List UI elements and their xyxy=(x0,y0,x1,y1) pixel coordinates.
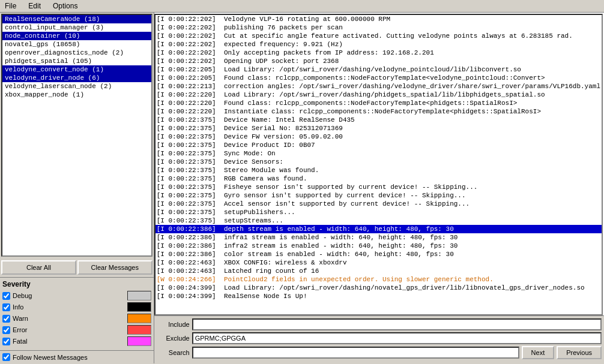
log-line: [I 0:00:22:202] expected frequency: 9.92… xyxy=(156,40,602,49)
log-line: [I 0:00:22:375] Device FW version: 05.09… xyxy=(156,133,602,141)
severity-label-error: Error xyxy=(13,326,125,333)
log-line: [I 0:00:22:375] Device Name: Intel RealS… xyxy=(156,116,602,124)
log-line: [I 0:00:22:386] infra1 stream is enabled… xyxy=(156,233,602,242)
log-line: [I 0:00:22:386] color stream is enabled … xyxy=(156,250,602,258)
severity-checkbox-fatal[interactable] xyxy=(2,338,10,345)
severity-checkbox-info[interactable] xyxy=(2,303,10,311)
severity-row-error: Error xyxy=(2,325,151,335)
severity-checkbox-debug[interactable] xyxy=(2,292,10,300)
severity-checkbox-error[interactable] xyxy=(2,326,10,334)
node-item[interactable]: RealSenseCameraNode (18) xyxy=(2,15,151,23)
exclude-label: Exclude xyxy=(157,335,190,342)
log-line: [I 0:00:22:202] Only accepting packets f… xyxy=(156,49,602,57)
node-item[interactable]: novatel_gps (18658) xyxy=(2,40,151,49)
node-item[interactable]: velodyne_driver_node (6) xyxy=(2,74,151,82)
severity-color-fatal xyxy=(127,336,151,346)
log-line: [I 0:00:22:202] publishing 76 packets pe… xyxy=(156,23,602,32)
log-line: [I 0:00:22:386] depth stream is enabled … xyxy=(156,225,602,233)
clear-messages-button[interactable]: Clear Messages xyxy=(77,260,153,275)
node-item[interactable]: control_input_manager (3) xyxy=(2,23,151,32)
node-item[interactable]: openrover_diagnostics_node (2) xyxy=(2,49,151,57)
next-button[interactable]: Next xyxy=(522,346,555,359)
log-line: [I 0:00:22:375] Device Serial No: 825312… xyxy=(156,124,602,133)
log-line: [I 0:00:22:375] Fisheye sensor isn't sup… xyxy=(156,183,602,191)
include-row: Include xyxy=(157,318,602,330)
bottom-fields: Include Exclude Search Next Previous xyxy=(154,315,604,363)
log-area[interactable]: [I 0:00:22:202] Velodyne VLP-16 rotating… xyxy=(154,14,603,315)
log-line: [I 0:00:22:375] Device Product ID: 0B07 xyxy=(156,141,602,149)
log-line: [I 0:00:22:375] Gyro sensor isn't suppor… xyxy=(156,191,602,200)
severity-row-fatal: Fatal xyxy=(2,336,151,346)
severity-row-info: Info xyxy=(2,302,151,312)
menu-file[interactable]: File xyxy=(2,1,19,11)
severity-color-error xyxy=(127,325,151,335)
follow-label: Follow Newest Messages xyxy=(13,354,88,361)
node-list[interactable]: RealSenseCameraNode (18)control_input_ma… xyxy=(1,14,153,257)
severity-row-warn: Warn xyxy=(2,314,151,323)
follow-row: Follow Newest Messages xyxy=(0,350,154,363)
severity-label-warn: Warn xyxy=(13,315,125,322)
right-panel: [I 0:00:22:202] Velodyne VLP-16 rotating… xyxy=(154,13,604,363)
severity-label-debug: Debug xyxy=(13,292,125,299)
follow-checkbox[interactable] xyxy=(2,353,10,361)
search-row: Search Next Previous xyxy=(157,346,602,359)
log-line: [I 0:00:22:375] Sync Mode: On xyxy=(156,149,602,158)
button-row: Clear All Clear Messages xyxy=(0,258,154,277)
include-label: Include xyxy=(157,321,190,328)
menu-edit[interactable]: Edit xyxy=(26,1,43,11)
log-line: [I 0:00:22:375] Accel sensor isn't suppo… xyxy=(156,200,602,208)
log-line: [I 0:00:22:202] Velodyne VLP-16 rotating… xyxy=(156,15,602,23)
log-line: [I 0:00:22:463] XBOX CONFIG: wireless & … xyxy=(156,258,602,267)
log-line: [I 0:00:22:375] Stereo Module was found. xyxy=(156,166,602,175)
exclude-input[interactable] xyxy=(192,332,602,344)
include-input[interactable] xyxy=(192,318,602,330)
severity-color-debug xyxy=(127,291,151,300)
log-line: [I 0:00:22:220] Found class: rclcpp_comp… xyxy=(156,99,602,107)
severity-row-debug: Debug xyxy=(2,291,151,300)
severity-checkbox-warn[interactable] xyxy=(2,315,10,323)
search-label: Search xyxy=(157,349,190,356)
log-line: [I 0:00:22:213] correction angles: /opt/… xyxy=(156,82,602,91)
left-panel: RealSenseCameraNode (18)control_input_ma… xyxy=(0,13,154,363)
severity-label-fatal: Fatal xyxy=(13,338,125,345)
node-item[interactable]: xbox_mapper_node (1) xyxy=(2,91,151,99)
log-line: [I 0:00:22:375] setupStreams... xyxy=(156,216,602,225)
severity-color-warn xyxy=(127,314,151,323)
node-item[interactable]: phidgets_spatial (105) xyxy=(2,57,151,65)
log-line: [I 0:00:22:375] RGB Camera was found. xyxy=(156,175,602,183)
search-input[interactable] xyxy=(192,347,519,359)
severity-section: Severity DebugInfoWarnErrorFatal xyxy=(0,277,154,350)
log-line: [I 0:00:22:463] Latched ring count of 16 xyxy=(156,267,602,275)
severity-color-info xyxy=(127,302,151,312)
menu-options[interactable]: Options xyxy=(50,1,80,11)
log-line: [I 0:00:22:202] Opening UDP socket: port… xyxy=(156,57,602,65)
log-line: [I 0:00:22:375] Device Sensors: xyxy=(156,158,602,166)
main-container: RealSenseCameraNode (18)control_input_ma… xyxy=(0,13,604,363)
log-line: [I 0:00:22:202] Cut at specific angle fe… xyxy=(156,32,602,40)
menubar: File Edit Options xyxy=(0,0,604,13)
severity-title: Severity xyxy=(2,280,151,288)
node-item[interactable]: velodyne_laserscan_node (2) xyxy=(2,82,151,91)
log-line: [I 0:00:22:220] Load Library: /opt/swri_… xyxy=(156,91,602,99)
log-line: [I 0:00:22:205] Found class: rclcpp_comp… xyxy=(156,74,602,82)
previous-button[interactable]: Previous xyxy=(557,346,602,359)
log-line: [I 0:00:22:205] Load Library: /opt/swri_… xyxy=(156,65,602,74)
clear-all-button[interactable]: Clear All xyxy=(1,260,76,275)
severity-label-info: Info xyxy=(13,303,125,311)
log-line: [I 0:00:22:220] Instantiate class: rclcp… xyxy=(156,107,602,116)
log-line: [I 0:00:22:375] setupPublishers... xyxy=(156,208,602,216)
log-line: [I 0:00:24:399] Load Library: /opt/swri_… xyxy=(156,284,602,292)
node-item[interactable]: velodyne_convert_node (1) xyxy=(2,65,151,74)
node-item[interactable]: node_container (10) xyxy=(2,32,151,40)
exclude-row: Exclude xyxy=(157,332,602,344)
log-line: [W 0:00:24:266] PointCloud2 fields in un… xyxy=(156,275,602,284)
log-line: [I 0:00:22:386] infra2 stream is enabled… xyxy=(156,242,602,250)
log-line: [I 0:00:24:399] RealSense Node Is Up! xyxy=(156,292,602,300)
